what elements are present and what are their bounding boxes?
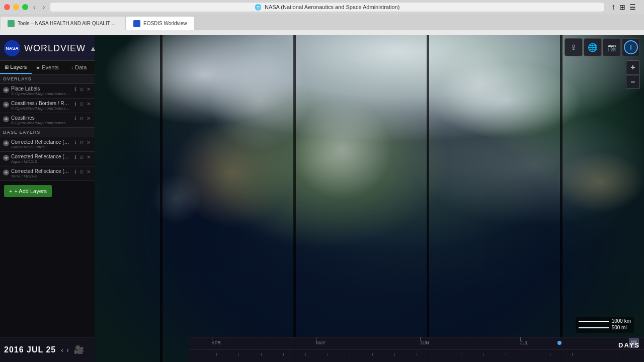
current-date: 2016 JUL 25 (4, 345, 56, 354)
animate-button[interactable]: 🎥 (74, 345, 84, 354)
info-button[interactable]: i (622, 38, 640, 56)
timeline-day-tick (350, 353, 350, 356)
layer-name: Coastlines (11, 115, 71, 121)
tab-layers[interactable]: ⊞ Layers (0, 61, 32, 74)
layer-info: Coastlines © OpenStreetMap contributors (11, 115, 71, 125)
layer-actions: ℹ ⊙ ✕ (73, 86, 92, 93)
timeline-day-tick (506, 353, 506, 356)
timeline-day-tick (484, 353, 484, 356)
timeline-day-tick (417, 353, 417, 356)
layer-source: © OpenStreetMap contributors (11, 121, 71, 125)
layer-settings-button[interactable]: ⊙ (78, 154, 85, 160)
add-layers-label: + Add Layers (14, 188, 47, 194)
timeline-day-tick (328, 353, 328, 356)
layer-visibility-toggle[interactable]: 👁 (3, 102, 9, 108)
layer-visibility-toggle[interactable]: 👁 (3, 155, 9, 161)
timeline-day-tick (550, 353, 550, 356)
scale-mi: 500 mi (579, 325, 631, 330)
zoom-controls: + – (626, 60, 640, 89)
scale-km-label: 1000 km (612, 318, 631, 324)
browser-tab-1[interactable]: Tools – NASA HEALTH AND AIR QUALITY APPL… (0, 16, 126, 30)
minimize-dot[interactable] (13, 4, 19, 10)
layer-visibility-toggle[interactable]: 👁 (3, 140, 9, 146)
layer-visibility-toggle[interactable]: 👁 (3, 169, 9, 175)
url-bar[interactable]: 🌐 NASA (National Aeronautics and Space A… (50, 2, 604, 12)
timeline-day-tick (595, 353, 595, 356)
timeline-day-tick (216, 353, 217, 356)
layer-info-button[interactable]: ℹ (73, 86, 77, 93)
browser-tab-2[interactable]: EOSDIS Worldview (126, 16, 195, 30)
layer-settings-button[interactable]: ⊙ (78, 101, 85, 107)
menu-icon[interactable]: ☰ (629, 3, 636, 11)
layer-settings-button[interactable]: ⊙ (78, 168, 85, 175)
timeline-day-tick (439, 353, 439, 356)
browser-title-bar: ‹ › 🌐 NASA (National Aeronautics and Spa… (0, 0, 644, 14)
sidebar-collapse-button[interactable]: ▲ (90, 44, 97, 52)
timeline-track[interactable]: APR MAY JUN JUL (189, 337, 644, 349)
events-icon: ★ (36, 65, 40, 70)
layer-actions: ℹ ⊙ ✕ (73, 139, 92, 146)
tab1-favicon (8, 20, 15, 27)
layer-info: Corrected Reflectance (True Color) Terra… (11, 168, 71, 178)
layer-info-button[interactable]: ℹ (73, 139, 77, 146)
layer-actions: ℹ ⊙ ✕ (73, 115, 92, 122)
share-button[interactable]: ⇪ (565, 38, 583, 56)
layer-remove-button[interactable]: ✕ (86, 154, 92, 160)
layer-info-button[interactable]: ℹ (73, 115, 77, 122)
layer-info-button[interactable]: ℹ (73, 154, 77, 160)
layers-list: OVERLAYS 👁 Place Labels © OpenStreetMap … (0, 74, 95, 362)
layer-remove-button[interactable]: ✕ (86, 139, 92, 146)
favicon-indicator: 🌐 (255, 4, 262, 11)
data-icon: ↓ (71, 65, 73, 70)
globe-icon: 🌐 (588, 43, 598, 52)
timeline-month-may: MAY (316, 340, 326, 345)
tab-data[interactable]: ↓ Data (63, 61, 95, 74)
add-layers-button[interactable]: + + Add Layers (4, 185, 52, 197)
camera-icon: 📷 (608, 43, 616, 51)
timeline: APR MAY JUN JUL (189, 337, 644, 362)
browser-right-icons: ↑ ⊞ ☰ (607, 3, 640, 12)
tab-events[interactable]: ★ Events (32, 61, 63, 74)
layer-remove-button[interactable]: ✕ (86, 115, 92, 122)
layer-visibility-toggle[interactable]: 👁 (3, 87, 9, 93)
layer-source: Aqua / MODIS (11, 159, 71, 164)
camera-button[interactable]: 📷 (603, 38, 621, 56)
layer-remove-button[interactable]: ✕ (86, 168, 92, 175)
zoom-minus-icon: – (631, 77, 635, 86)
map-area[interactable]: ⇪ 🌐 📷 i + – (95, 35, 644, 362)
layer-info-button[interactable]: ℹ (73, 101, 77, 107)
layer-info-button[interactable]: ℹ (73, 168, 77, 175)
layer-remove-button[interactable]: ✕ (86, 101, 92, 107)
timeline-day-tick (617, 353, 617, 356)
layer-info: Corrected Reflectance (True Color) Aqua … (11, 154, 71, 164)
tab-data-label: Data (75, 64, 87, 70)
worldview-title: Worldview (24, 43, 86, 54)
layer-settings-button[interactable]: ⊙ (78, 115, 85, 122)
timeline-position-indicator[interactable] (557, 341, 561, 345)
zoom-plus-icon: + (630, 63, 635, 72)
maximize-dot[interactable] (22, 4, 28, 10)
list-item: 👁 Corrected Reflectance (True Color) Ter… (0, 166, 95, 181)
forward-button[interactable]: › (41, 3, 47, 11)
layer-info: Corrected Reflectance (True Color) Suomi… (11, 139, 71, 149)
date-prev-button[interactable]: ‹ (60, 345, 64, 355)
zoom-out-button[interactable]: – (626, 75, 640, 89)
layer-settings-button[interactable]: ⊙ (78, 139, 85, 146)
date-next-button[interactable]: › (65, 345, 70, 355)
layer-visibility-toggle[interactable]: 👁 (3, 116, 9, 122)
overlays-label: OVERLAYS (3, 76, 32, 81)
share-icon[interactable]: ↑ (611, 3, 615, 12)
close-dot[interactable] (4, 4, 10, 10)
browser-tabs: Tools – NASA HEALTH AND AIR QUALITY APPL… (0, 14, 644, 30)
info-circle: i (624, 40, 638, 54)
layer-remove-button[interactable]: ✕ (86, 86, 92, 93)
zoom-in-button[interactable]: + (626, 60, 640, 74)
back-button[interactable]: ‹ (31, 3, 38, 11)
timeline-day-tick (528, 353, 528, 356)
layer-settings-button[interactable]: ⊙ (78, 86, 85, 93)
list-item: 👁 Place Labels © OpenStreetMap contribut… (0, 84, 95, 99)
nasa-logo-text: NASA (6, 46, 19, 51)
window-icon[interactable]: ⊞ (619, 3, 625, 11)
globe-button[interactable]: 🌐 (584, 38, 602, 56)
layer-actions: ℹ ⊙ ✕ (73, 168, 92, 175)
